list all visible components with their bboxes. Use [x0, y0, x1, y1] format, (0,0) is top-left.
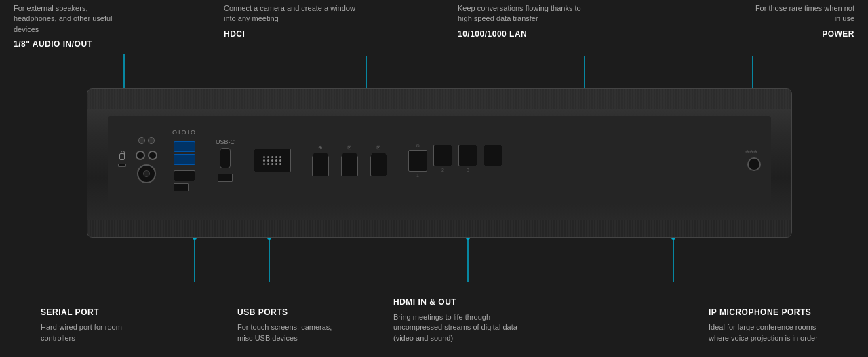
pin-5	[279, 156, 281, 158]
pin-8	[271, 159, 273, 162]
usb-port-3	[174, 170, 195, 181]
annotation-power-top: For those rare times when not in use POW…	[753, 3, 854, 40]
pin-7	[267, 159, 269, 162]
lan-port-3	[458, 145, 477, 166]
lan-ports-group: ⚙ 1 2 3	[406, 143, 505, 178]
pin-14	[275, 163, 277, 165]
annotation-usb-bottom: USB PORTS For touch screens, cameras, mi…	[237, 307, 346, 343]
pin-12	[267, 163, 269, 165]
annotation-hdci-top: Connect a camera and create a window int…	[224, 3, 359, 40]
lan-port-2	[433, 145, 452, 166]
annotation-audio-top: For external speakers, headphones, and o…	[14, 3, 122, 50]
annotation-hdmi-bottom: HDMI IN & OUT Bring meetings to life thr…	[393, 297, 529, 343]
pin-11	[263, 163, 265, 165]
hdmi-description: Bring meetings to life through uncompres…	[393, 312, 529, 343]
ipmike-description: Ideal for large conference rooms where v…	[709, 322, 834, 343]
pin-10	[279, 159, 281, 162]
pin-9	[275, 159, 277, 162]
audio-description: For external speakers, headphones, and o…	[14, 3, 122, 35]
usb-bottom-row	[218, 174, 233, 182]
audio-icon-2	[148, 137, 155, 144]
usb-port-1	[174, 141, 195, 152]
lock-port	[119, 153, 125, 160]
audio-jacks-row	[136, 151, 157, 160]
usb-port-mini	[174, 183, 189, 191]
lan-port-group-3: 3	[456, 143, 479, 178]
slot-port	[118, 164, 126, 167]
usb-label: OIOIO	[172, 129, 197, 136]
audio-title: 1/8" AUDIO IN/OUT	[14, 39, 122, 50]
audio-jack-1	[136, 151, 145, 160]
power-description: For those rare times when not in use	[753, 3, 854, 24]
svideo-inner	[143, 170, 150, 177]
lan-port-group-1: ⚙ 1	[406, 143, 429, 178]
usbc-port	[220, 148, 231, 168]
hdmi-port-1-group: ⊕	[309, 145, 332, 176]
hdmi-port-2-group: ⊡	[338, 145, 361, 176]
pin-4	[275, 156, 277, 158]
usb-mini-2	[218, 174, 233, 182]
annotation-serial-bottom: SERIAL PORT Hard-wired port for room con…	[41, 307, 149, 343]
lan-port-group-2: 2	[431, 143, 454, 178]
annotation-lan-top: Keep conversations flowing thanks to hig…	[458, 3, 593, 40]
audio-icons-row	[138, 137, 155, 144]
serial-description: Hard-wired port for room controllers	[41, 322, 149, 343]
hdmi-port-3	[370, 153, 387, 176]
hdci-description: Connect a camera and create a window int…	[224, 3, 359, 24]
lan-description: Keep conversations flowing thanks to hig…	[458, 3, 593, 24]
usb-port-2	[174, 154, 195, 165]
dvi-pins	[263, 156, 282, 165]
usb-group: OIOIO	[172, 129, 197, 191]
hdci-title: HDCI	[224, 29, 359, 40]
annotation-ipmike-bottom: IP MICROPHONE PORTS Ideal for large conf…	[709, 307, 834, 343]
ports-panel: OIOIO USB-C	[108, 116, 771, 204]
usb-stack-2	[174, 170, 195, 191]
hdmi-title: HDMI IN & OUT	[393, 297, 529, 308]
device-image: OIOIO USB-C	[87, 88, 792, 238]
svideo-port	[137, 164, 156, 183]
pin-3	[271, 156, 273, 158]
pin-1	[263, 156, 265, 158]
power-group: ⊕⊖⊕	[742, 149, 761, 171]
power-port	[747, 157, 761, 171]
usb-description: For touch screens, cameras, misc USB dev…	[237, 322, 346, 343]
hdmi-ports-group: ⊕ ⊡ ⊡	[309, 145, 391, 176]
lan-port-4	[484, 145, 502, 166]
usbc-group: USB-C	[214, 138, 236, 182]
audio-ports-group	[136, 137, 157, 183]
left-port-group	[118, 153, 126, 167]
power-title: POWER	[753, 29, 854, 40]
hdmi-port-3-group: ⊡	[367, 145, 391, 176]
lan-port-group-4	[481, 143, 505, 178]
pin-6	[263, 159, 265, 162]
hdmi-port-1	[312, 153, 329, 176]
pin-15	[279, 163, 281, 165]
page-container: For external speakers, headphones, and o…	[0, 0, 868, 357]
audio-icon-1	[138, 137, 145, 144]
usb-stack	[174, 141, 195, 165]
ipmike-title: IP MICROPHONE PORTS	[709, 307, 834, 318]
pin-13	[271, 163, 273, 165]
usbc-label: USB-C	[216, 138, 235, 145]
lan-title: 10/100/1000 LAN	[458, 29, 593, 40]
audio-jack-2	[148, 151, 157, 160]
lan-port-1	[408, 150, 427, 172]
serial-title: SERIAL PORT	[41, 307, 149, 318]
usb-title: USB PORTS	[237, 307, 346, 318]
pin-2	[267, 156, 269, 158]
dvi-port	[254, 149, 291, 172]
hdmi-port-2	[341, 153, 358, 176]
